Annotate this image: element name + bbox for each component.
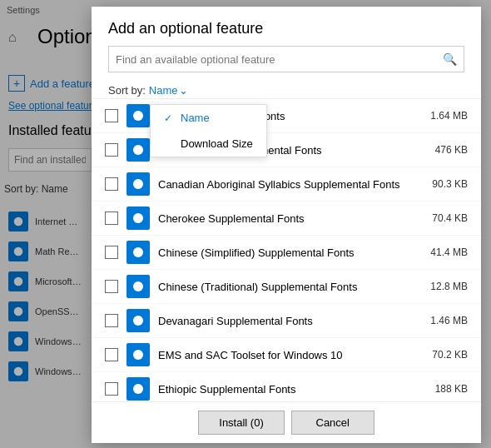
svg-point-11 [133,281,143,291]
feature-name: Devanagari Supplemental Fonts [158,315,422,327]
modal-sortby-row: Sort by: Name ⌄ ✓ Name Download Size [92,81,481,98]
sortby-dropdown[interactable]: Name ⌄ [149,84,189,97]
svg-point-10 [133,247,143,257]
feature-list-item[interactable]: Cherokee Supplemental Fonts 70.4 KB [92,202,481,236]
feature-name: Chinese (Traditional) Supplemental Fonts [158,281,422,293]
feature-icon [126,172,150,196]
checkmark-icon: ✓ [164,112,174,124]
feature-checkbox[interactable] [105,177,118,191]
sortby-value: Name [149,84,178,97]
dropdown-name-label: Name [181,112,210,124]
feature-list-item[interactable]: Ethiopic Supplemental Fonts 188 KB [92,372,481,401]
modal-footer: Install (0) Cancel [92,401,481,443]
modal-title: Add an optional feature [92,7,481,46]
feature-name: EMS and SAC Toolset for Windows 10 [158,349,424,361]
feature-size: 188 KB [435,383,468,395]
add-optional-feature-modal: Add an optional feature 🔍 Sort by: Name … [92,7,481,443]
feature-checkbox[interactable] [105,280,118,293]
feature-size: 476 KB [435,144,468,156]
svg-point-8 [133,179,143,189]
feature-size: 70.2 KB [432,349,468,361]
feature-name: Ethiopic Supplemental Fonts [158,383,427,396]
feature-checkbox[interactable] [105,382,118,396]
feature-size: 1.46 MB [430,315,468,326]
feature-list-item[interactable]: Chinese (Traditional) Supplemental Fonts… [92,270,481,304]
svg-point-12 [133,316,143,326]
feature-icon [126,275,150,298]
sortby-dropdown-menu: ✓ Name Download Size [150,104,267,157]
feature-name: Chinese (Simplified) Supplemental Fonts [158,246,422,259]
feature-name: Canadian Aboriginal Syllabics Supplement… [158,178,424,191]
feature-size: 41.4 MB [430,246,468,258]
svg-point-6 [133,111,143,121]
sortby-prefix: Sort by: [108,84,146,97]
feature-checkbox[interactable] [105,212,118,225]
feature-checkbox[interactable] [105,246,118,259]
svg-point-7 [133,145,143,155]
feature-icon [126,309,150,332]
feature-list-item[interactable]: Canadian Aboriginal Syllabics Supplement… [92,167,481,202]
feature-name: Cherokee Supplemental Fonts [158,212,424,225]
feature-size: 1.64 MB [430,110,468,122]
feature-icon [126,207,150,230]
dropdown-item-name[interactable]: ✓ Name [151,105,266,131]
feature-checkbox[interactable] [105,348,118,361]
feature-icon [126,138,150,162]
feature-list-item[interactable]: EMS and SAC Toolset for Windows 10 70.2 … [92,338,481,372]
feature-icon [126,104,150,127]
dropdown-item-download-size[interactable]: Download Size [151,131,266,157]
svg-point-14 [133,384,143,394]
feature-size: 90.3 KB [432,178,468,190]
feature-icon [126,377,150,401]
modal-search-container[interactable]: 🔍 [108,46,464,72]
feature-checkbox[interactable] [105,314,118,327]
feature-checkbox[interactable] [105,143,118,157]
feature-list-item[interactable]: Devanagari Supplemental Fonts 1.46 MB [92,304,481,338]
chevron-down-icon: ⌄ [179,84,188,97]
search-icon: 🔍 [436,52,464,66]
dropdown-download-size-label: Download Size [181,137,253,150]
feature-size: 70.4 KB [432,212,468,224]
cancel-button[interactable]: Cancel [291,411,374,435]
feature-checkbox[interactable] [105,109,118,122]
install-button[interactable]: Install (0) [198,411,284,435]
feature-size: 12.8 MB [430,281,468,292]
feature-icon [126,241,150,264]
feature-icon [126,343,150,366]
svg-point-9 [133,213,143,223]
svg-point-13 [133,350,143,360]
modal-search-input[interactable] [109,53,436,66]
feature-list-item[interactable]: Chinese (Simplified) Supplemental Fonts … [92,236,481,270]
